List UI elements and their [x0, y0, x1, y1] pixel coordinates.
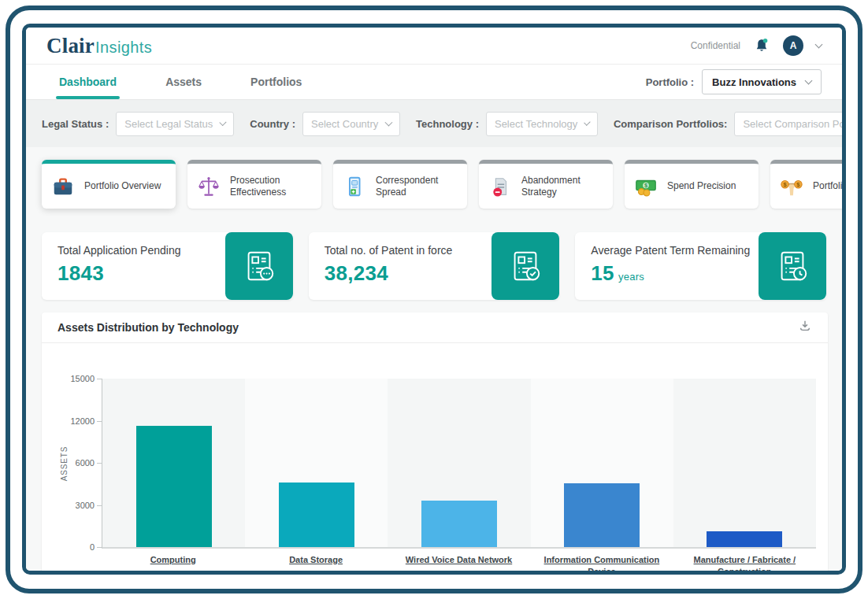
brand-clair: Clair [46, 34, 95, 58]
stat-label: Total no. of Patent in force [325, 244, 453, 257]
feature-tab-portfolio-strength[interactable]: $ $ Portfolio Strength [770, 160, 846, 209]
stat-value: 15 [591, 261, 614, 285]
portfolio-select[interactable]: Buzz Innovations [702, 69, 822, 94]
chart-plot-area: ASSETS 0300060001200015000 [102, 379, 816, 549]
comparison-portfolio-placeholder: Select Comparison Portfolio [743, 118, 846, 130]
y-tick-label: 12000 [54, 416, 95, 426]
feature-tab-correspondent-spread[interactable]: Correspondent Spread [333, 160, 467, 209]
comparison-portfolios-label: Comparison Portfolios: [614, 118, 727, 130]
device-plus-icon [343, 175, 366, 198]
dumbbell-coins-icon: $ $ [780, 175, 803, 198]
legal-status-label: Legal Status : [42, 118, 109, 130]
chart-column [673, 379, 816, 547]
scales-icon [197, 175, 221, 198]
comparison-portfolio-select[interactable]: Select Comparison Portfolio [734, 112, 846, 136]
legal-status-select[interactable]: Select Legal Status [116, 112, 234, 136]
nav-bar: Dashboard Assets Portfolios Portfolio : … [26, 65, 842, 99]
confidential-label: Confidential [691, 40, 740, 51]
portfolio-select-value: Buzz Innovations [712, 76, 796, 88]
x-axis-label[interactable]: Information Communication Device [540, 554, 664, 575]
stat-tile [759, 232, 826, 300]
country-select[interactable]: Select Country [302, 112, 400, 136]
app-header: Clair Insights Confidential A [26, 28, 842, 65]
chart-x-labels: ComputingData StorageWired Voice Data Ne… [102, 554, 816, 575]
bar-computing[interactable] [136, 426, 212, 547]
tab-portfolios[interactable]: Portfolios [250, 65, 302, 99]
chart-title: Assets Distribution by Technology [57, 321, 239, 334]
bar-manufacture-fabricate-construction[interactable] [707, 531, 782, 547]
stat-label: Total Application Pending [57, 244, 180, 257]
y-tick-label: 6000 [54, 458, 95, 468]
feature-tab-label: Correspondent Spread [376, 175, 458, 198]
download-icon[interactable] [798, 319, 812, 336]
axis-tick [97, 421, 102, 422]
tab-assets[interactable]: Assets [165, 65, 202, 99]
y-tick-label: 3000 [54, 501, 95, 510]
chart-column [245, 379, 388, 547]
feature-tab-label: Abandonment Strategy [521, 175, 603, 198]
screenshot-stage: Clair Insights Confidential A Dashbo [0, 0, 868, 599]
chart-card: Assets Distribution by Technology ASSETS… [42, 312, 828, 575]
axis-tick [97, 379, 102, 379]
x-axis-label[interactable]: Manufacture / Fabricate / Construction [682, 554, 807, 575]
brand-insights: Insights [95, 39, 152, 57]
feature-tab-label: Portfolio Strength [813, 180, 846, 192]
stat-tile [225, 232, 293, 300]
y-tick-label: 15000 [54, 374, 95, 383]
stat-label: Average Patent Term Remaining [591, 244, 750, 257]
tab-dashboard[interactable]: Dashboard [59, 65, 117, 99]
portfolio-select-label: Portfolio : [646, 76, 694, 88]
feature-tabs: Portfolio Overview Prosecution Effective… [42, 160, 826, 209]
bell-icon[interactable] [753, 37, 770, 54]
axis-tick [97, 547, 102, 548]
avatar[interactable]: A [783, 35, 803, 56]
legal-status-placeholder: Select Legal Status [124, 118, 213, 130]
feature-tab-spend-precision[interactable]: $ Spend Precision [625, 160, 759, 209]
document-check-icon [507, 248, 543, 284]
technology-placeholder: Select Technology [495, 118, 577, 130]
axis-tick [97, 505, 102, 506]
cash-coins-icon: $ [634, 175, 658, 198]
chevron-down-icon [584, 119, 590, 125]
feature-tab-label: Portfolio Overview [84, 180, 161, 192]
feature-tab-abandonment-strategy[interactable]: Abandonment Strategy [479, 160, 613, 209]
x-axis-label[interactable]: Data Storage [289, 554, 343, 575]
bar-data-storage[interactable] [279, 483, 354, 547]
chevron-down-icon [385, 119, 393, 127]
app-window: Clair Insights Confidential A Dashbo [22, 24, 846, 575]
stat-value: 1843 [57, 261, 104, 285]
chart-column [388, 379, 530, 547]
chart-column [102, 379, 245, 547]
country-label: Country : [250, 118, 295, 130]
feature-tab-prosecution-effectiveness[interactable]: Prosecution Effectiveness [187, 160, 321, 209]
chart-column [531, 379, 673, 547]
stat-unit: years [618, 271, 644, 283]
stat-cards: Total Application Pending 1843 [42, 232, 826, 300]
feature-tab-label: Spend Precision [667, 180, 736, 192]
chevron-down-icon [220, 119, 227, 126]
bar-information-communication-device[interactable] [564, 483, 640, 547]
x-axis-label[interactable]: Computing [150, 554, 196, 575]
document-dots-icon [241, 248, 277, 284]
stat-card-patents-in-force: Total no. of Patent in force 38,234 [309, 232, 560, 300]
chevron-down-icon[interactable] [815, 41, 823, 49]
bar-wired-voice-data-network[interactable] [421, 501, 497, 547]
axis-tick [97, 463, 102, 464]
chart-plot: 0300060001200015000 [102, 379, 816, 549]
technology-label: Technology : [416, 118, 479, 130]
stat-tile [491, 232, 559, 300]
page-content: Portfolio Overview Prosecution Effective… [26, 147, 842, 575]
briefcase-icon [51, 175, 75, 198]
filter-bar: Legal Status : Select Legal Status Count… [26, 99, 842, 147]
chevron-down-icon [805, 77, 813, 85]
country-placeholder: Select Country [311, 118, 378, 130]
document-minus-icon [488, 175, 512, 198]
x-axis-label[interactable]: Wired Voice Data Network [406, 554, 512, 575]
stat-card-applications-pending: Total Application Pending 1843 [42, 232, 293, 300]
feature-tab-label: Prosecution Effectiveness [230, 175, 312, 198]
feature-tab-portfolio-overview[interactable]: Portfolio Overview [42, 160, 176, 209]
stat-card-patent-term-remaining: Average Patent Term Remaining 15years [575, 232, 826, 300]
technology-select[interactable]: Select Technology [486, 112, 598, 136]
brand-logo: Clair Insights [46, 34, 152, 58]
stat-value: 38,234 [325, 261, 388, 285]
